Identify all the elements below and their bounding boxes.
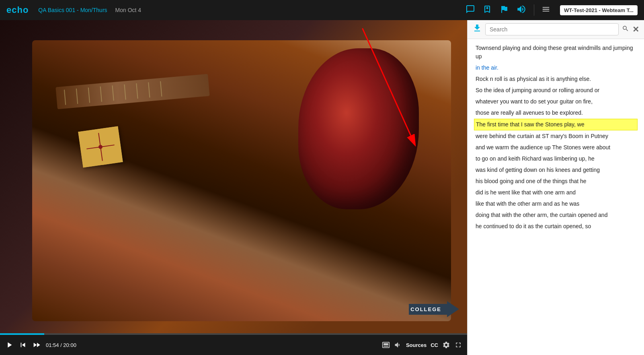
transcript-line[interactable]: to go on and keith Richard was limbering…: [474, 153, 638, 164]
search-input[interactable]: [485, 23, 619, 35]
close-panel-button[interactable]: ✕: [632, 25, 639, 34]
panel-title: WT-Test-2021 - Webteam T...: [560, 5, 638, 15]
college-badge: COLLEGE: [409, 301, 459, 317]
transcript-line[interactable]: were behind the curtain at ST mary's Boo…: [474, 131, 638, 142]
progress-bar-fill: [0, 333, 44, 335]
volume-button[interactable]: [394, 341, 402, 349]
college-badge-triangle: [447, 301, 459, 317]
video-frame: [32, 40, 451, 321]
top-bar-icons: [466, 4, 550, 17]
flag-icon[interactable]: [499, 4, 509, 16]
progress-bar-bg[interactable]: [0, 333, 467, 335]
transcript-area[interactable]: Townsend playing and doing these great w…: [468, 39, 644, 355]
logo: echo: [6, 5, 29, 15]
transcript-line[interactable]: his blood going and one of the things th…: [474, 176, 638, 187]
transcript-line[interactable]: doing that with the other arm, the curta…: [474, 210, 638, 221]
transcript-line[interactable]: was kind of getting down on his knees an…: [474, 165, 638, 175]
transcript-line[interactable]: like that with the other arm and as he w…: [474, 198, 638, 209]
logo-text: echo: [6, 5, 29, 15]
course-title: QA Basics 001 - Mon/Thurs: [38, 7, 107, 13]
bookmark-add-icon[interactable]: [482, 4, 492, 16]
time-display: 01:54 / 20:00: [46, 342, 76, 348]
video-player[interactable]: COLLEGE: [0, 20, 467, 333]
ctrl-right: Sources CC: [382, 341, 462, 349]
transcript-line[interactable]: did is he went like that with one arm an…: [474, 187, 638, 198]
expand-button[interactable]: [454, 341, 462, 349]
chat-icon[interactable]: [466, 4, 475, 16]
transcript-line[interactable]: whatever you want to do set your guitar …: [474, 96, 638, 107]
college-badge-text: COLLEGE: [409, 304, 447, 315]
audio-icon[interactable]: [516, 4, 527, 17]
play-button[interactable]: [5, 341, 14, 349]
video-controls: 01:54 / 20:00 Sources CC: [0, 335, 467, 355]
transcript-line[interactable]: he continued to do it as the curtain ope…: [474, 221, 638, 232]
guitar-body: [298, 48, 419, 209]
search-icon: [622, 25, 629, 34]
picture-button[interactable]: [382, 341, 390, 349]
transcript-line[interactable]: The first time that I saw the Stones pla…: [474, 119, 638, 130]
transcript-line[interactable]: So the idea of jumping around or rolling…: [474, 85, 638, 96]
paper-note: [78, 126, 123, 167]
transcript-line[interactable]: those are really all avenues to be explo…: [474, 107, 638, 118]
transcript-line[interactable]: and we warm the audience up The Stones w…: [474, 142, 638, 153]
cc-button[interactable]: CC: [431, 342, 438, 348]
settings-button[interactable]: [442, 341, 450, 349]
sources-button[interactable]: Sources: [406, 342, 427, 348]
top-bar: echo QA Basics 001 - Mon/Thurs Mon Oct 4…: [0, 0, 644, 20]
course-date: Mon Oct 4: [115, 7, 142, 13]
menu-icon[interactable]: [541, 5, 550, 16]
download-icon[interactable]: [472, 23, 482, 35]
search-bar: ✕: [468, 20, 644, 39]
right-panel: ✕ Townsend playing and doing these great…: [467, 20, 644, 355]
transcript-line[interactable]: in the air.: [474, 62, 638, 73]
transcript-line[interactable]: Rock n roll is as physical as it is anyt…: [474, 74, 638, 85]
main-content: COLLEGE: [0, 20, 644, 355]
transcript-line[interactable]: Townsend playing and doing these great w…: [474, 43, 638, 62]
rewind-button[interactable]: [18, 341, 27, 349]
fast-forward-button[interactable]: [32, 341, 41, 349]
video-area: COLLEGE: [0, 20, 467, 355]
